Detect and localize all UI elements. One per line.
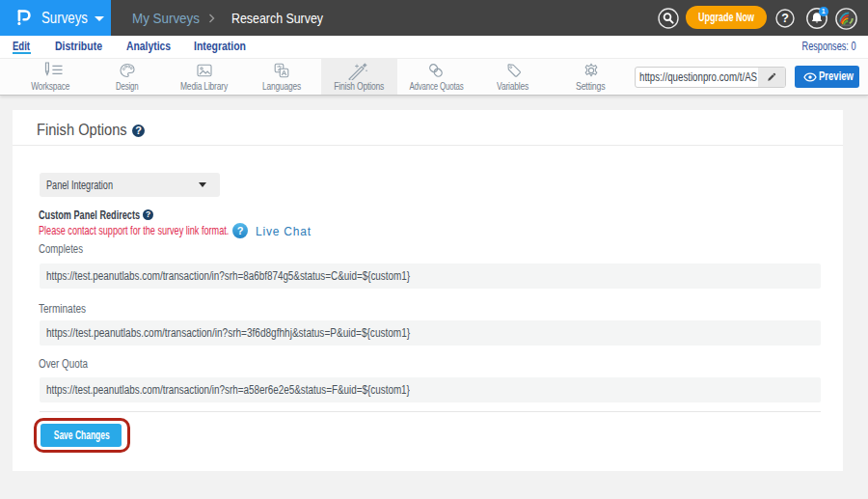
- svg-text:?: ?: [781, 12, 789, 25]
